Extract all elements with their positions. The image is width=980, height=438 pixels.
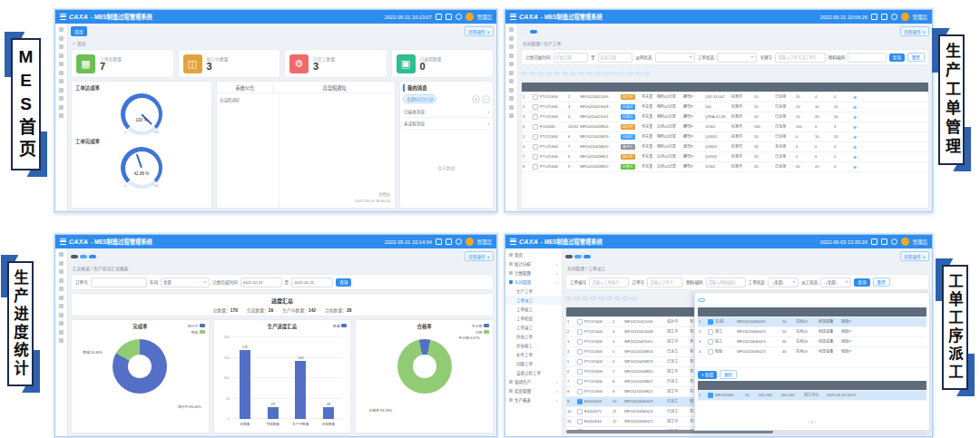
sidebar-menu-item[interactable]: 工单报工: [505, 305, 562, 314]
sidebar-menu-item[interactable]: 生产工单: [505, 287, 562, 296]
column-header[interactable]: [814, 83, 833, 92]
user-menu[interactable]: 管理员: [477, 14, 492, 21]
order-no-input[interactable]: 请输入订单号: [647, 277, 683, 287]
sidebar-icon[interactable]: [59, 261, 64, 266]
tab-actions-button[interactable]: 页签操作 ∨: [465, 26, 494, 36]
sidebar-icon[interactable]: [59, 88, 64, 92]
table-row[interactable]: 7 PTO21606 8 WF20220418821 加工中 非关重 白坯02记…: [522, 152, 928, 162]
column-header[interactable]: [795, 307, 818, 317]
table-row[interactable]: 4 检验 WF20220630023 40 车间03 机加设备 组装P: [698, 347, 926, 356]
sidebar-icon[interactable]: [59, 252, 64, 257]
table-row[interactable]: 3 铣工 WF20220630023 30 车间03 机加设备 组装P: [698, 337, 926, 347]
sidebar-icon[interactable]: [59, 338, 64, 343]
sidebar-menu-item[interactable]: 工单返工: [505, 323, 562, 332]
row-checkbox[interactable]: [577, 359, 583, 365]
column-header[interactable]: [656, 83, 682, 92]
sidebar-menu-item[interactable]: 工单派工: [505, 296, 562, 305]
column-header[interactable]: [698, 307, 707, 317]
theme-icon[interactable]: [436, 14, 442, 20]
sidebar-icon[interactable]: [59, 71, 64, 75]
table-row[interactable]: 2 PTO21606 3 WF20220413008 已派工 非关重 物料02记…: [522, 102, 928, 112]
toolbar-button[interactable]: [586, 72, 593, 75]
column-header[interactable]: [522, 83, 532, 92]
avatar[interactable]: [466, 13, 474, 21]
mark-all-read-button[interactable]: 全部标记为已读: [403, 94, 436, 103]
sidebar-menu-item[interactable]: 现场生产 ∨: [505, 377, 562, 386]
column-header[interactable]: [826, 381, 856, 391]
sidebar-menu-item[interactable]: 生产报表 ∨: [505, 395, 562, 404]
row-checkbox[interactable]: [577, 389, 583, 394]
workshop-select[interactable]: 全部: [161, 277, 210, 287]
dispatch-status-select[interactable]: [655, 53, 695, 63]
toolbar-button[interactable]: [643, 72, 650, 75]
delete-button[interactable]: 删除: [720, 370, 737, 379]
row-checkbox[interactable]: [577, 369, 583, 375]
table-row[interactable]: 1 WF202206… 10 001-002 001-002 加工中心 2022…: [698, 391, 926, 401]
column-header[interactable]: [612, 307, 623, 317]
column-header[interactable]: [758, 381, 780, 391]
row-checkbox[interactable]: [533, 94, 538, 100]
sidebar-icon[interactable]: [59, 105, 64, 110]
table-row[interactable]: 1 PTO21606 2 WF20220412006 加工中 非关重 物料02记…: [522, 92, 928, 102]
bell-icon[interactable]: [456, 14, 462, 20]
column-header[interactable]: [714, 381, 744, 391]
list-icon[interactable]: ≡: [482, 95, 490, 103]
sidebar-icon[interactable]: [59, 36, 64, 41]
row-checkbox[interactable]: [577, 329, 583, 335]
table-row[interactable]: 3 PTO21606 4 WF20220421001 已派工 非关重 物料02记…: [522, 112, 928, 122]
column-header[interactable]: [744, 381, 758, 391]
sidebar-icon[interactable]: [509, 113, 514, 118]
sidebar-icon[interactable]: [509, 36, 514, 41]
pagination[interactable]: ‹ 1 ›: [698, 420, 926, 427]
sidebar-menu-item[interactable]: 补件工单: [505, 350, 562, 359]
row-checkbox[interactable]: [533, 154, 538, 160]
sidebar-icon[interactable]: [59, 304, 64, 308]
material-code-input[interactable]: [848, 53, 886, 63]
sidebar-icon[interactable]: [59, 62, 64, 66]
sidebar-icon[interactable]: [59, 296, 64, 300]
toolbar-button[interactable]: [590, 297, 596, 300]
drawer-tab[interactable]: [698, 298, 705, 302]
reset-button[interactable]: 重置: [907, 53, 925, 62]
fullscreen-icon[interactable]: [446, 238, 452, 245]
toolbar-button[interactable]: [627, 72, 633, 75]
legend-item[interactable]: 完成: [191, 329, 204, 335]
row-checkbox[interactable]: [577, 409, 583, 414]
sidebar-icon[interactable]: [59, 96, 64, 101]
toolbar-button[interactable]: [614, 297, 621, 300]
toolbar-button[interactable]: [562, 72, 568, 75]
sidebar-menu-item[interactable]: 工单检验: [505, 314, 562, 323]
row-checkbox[interactable]: [708, 393, 713, 398]
table-row[interactable]: 2 钳工 WF20220630023 20 车间03 机加设备 组装P: [698, 327, 926, 337]
search-button[interactable]: 查询: [336, 278, 351, 287]
date-end-input[interactable]: 2022-05-21: [291, 277, 333, 287]
order-no-input[interactable]: [91, 277, 147, 287]
tab[interactable]: [71, 255, 78, 258]
toolbar-button[interactable]: [545, 72, 552, 75]
menu-toggle-icon[interactable]: [510, 14, 516, 20]
sidebar-icon[interactable]: [59, 330, 64, 335]
row-checkbox[interactable]: [708, 329, 713, 335]
row-action-icon[interactable]: ⊕: [853, 104, 857, 110]
sidebar-icon[interactable]: [59, 79, 64, 83]
drawer-tab[interactable]: [708, 299, 713, 301]
column-header[interactable]: [781, 307, 795, 317]
column-header[interactable]: [682, 83, 704, 92]
user-menu[interactable]: 管理员: [913, 238, 927, 246]
theme-icon[interactable]: [436, 238, 442, 245]
toolbar-button[interactable]: [554, 72, 560, 75]
sidebar-icon[interactable]: [59, 321, 64, 326]
sidebar-icon[interactable]: [509, 62, 514, 66]
row-action-icon[interactable]: ⊕: [853, 154, 857, 160]
toolbar-button[interactable]: [570, 72, 576, 75]
toolbar-button[interactable]: [603, 72, 609, 75]
row-action-icon[interactable]: ⊕: [853, 124, 857, 130]
row-checkbox[interactable]: [708, 319, 713, 325]
theme-icon[interactable]: [871, 14, 877, 20]
column-header[interactable]: [840, 307, 926, 317]
stat-card[interactable]: ▣ 已逾期数量 0: [391, 49, 495, 78]
bell-icon[interactable]: [456, 238, 462, 245]
toolbar-button[interactable]: [622, 297, 629, 300]
user-menu[interactable]: 管理员: [913, 14, 927, 21]
row-checkbox[interactable]: [577, 339, 583, 345]
